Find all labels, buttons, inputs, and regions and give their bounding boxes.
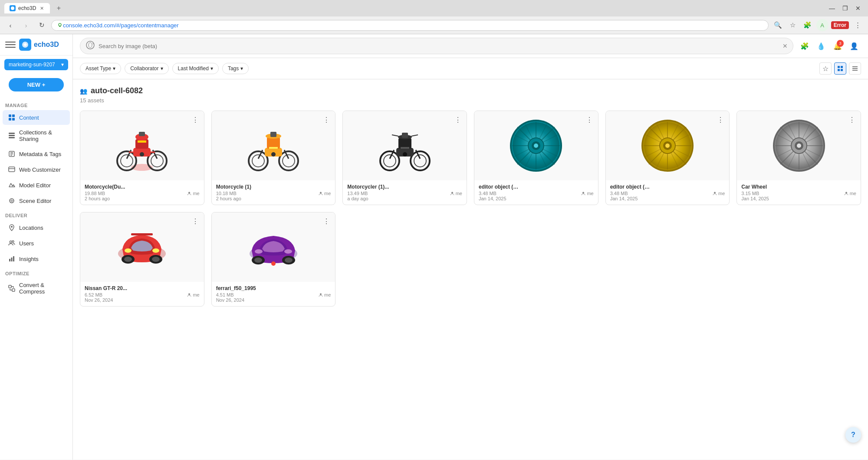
asset-card-2[interactable]: ⋮ xyxy=(211,111,336,205)
close-btn[interactable]: ✕ xyxy=(852,3,864,14)
asset-card-4[interactable]: ⋮ xyxy=(474,111,598,205)
card-menu-btn-7[interactable]: ⋮ xyxy=(190,216,201,226)
image-search-icon[interactable] xyxy=(85,40,95,52)
svg-point-71 xyxy=(451,192,453,194)
sidebar-item-content[interactable]: Content xyxy=(3,110,70,125)
card-meta-4: 3.48 MB me xyxy=(479,191,594,196)
sidebar-item-convert[interactable]: Convert & Compress xyxy=(3,278,70,298)
asset-card-6[interactable]: ⋮ xyxy=(736,111,861,205)
drop-icon-btn[interactable]: 💧 xyxy=(814,39,828,53)
new-button[interactable]: NEW + xyxy=(9,78,64,91)
help-btn[interactable]: ? xyxy=(845,427,861,443)
sidebar-item-insights[interactable]: Insights xyxy=(3,251,70,266)
tab-close-btn[interactable]: ✕ xyxy=(39,5,45,11)
svg-rect-44 xyxy=(138,140,146,143)
hamburger-btn[interactable] xyxy=(5,39,16,50)
svg-point-40 xyxy=(151,155,163,167)
minimize-btn[interactable]: — xyxy=(826,3,838,14)
url-input[interactable] xyxy=(63,22,763,29)
svg-rect-46 xyxy=(139,132,145,136)
svg-rect-121 xyxy=(131,233,153,235)
card-size-3: 13.49 MB xyxy=(347,191,368,196)
card-info-4: editor object (… 3.48 MB me Jan 14, 2025 xyxy=(474,180,598,205)
card-menu-btn-4[interactable]: ⋮ xyxy=(584,114,595,125)
users-label: Users xyxy=(19,240,34,247)
card-size-6: 3.15 MB xyxy=(741,191,759,196)
asset-card-5[interactable]: ⋮ xyxy=(605,111,730,205)
user-icon-btn[interactable]: 👤 xyxy=(847,39,861,53)
card-menu-btn-5[interactable]: ⋮ xyxy=(715,114,726,125)
grid-view-btn[interactable] xyxy=(834,62,846,75)
last-modified-filter-btn[interactable]: Last Modified ▾ xyxy=(172,63,219,74)
card-menu-btn-3[interactable]: ⋮ xyxy=(453,114,463,125)
card-name-8: ferrari_f50_1995 xyxy=(216,285,331,291)
card-info-3: Motorcycler (1)... 13.49 MB me a day ago xyxy=(343,180,467,205)
logo-icon xyxy=(19,39,31,51)
back-btn[interactable]: ‹ xyxy=(4,19,16,31)
asset-card-1[interactable]: ⋮ xyxy=(80,111,204,205)
convert-icon xyxy=(8,284,16,292)
sidebar-item-webcustomizer[interactable]: Web Customizer xyxy=(3,162,70,177)
card-meta-7: 6.52 MB me xyxy=(85,292,200,297)
search-input[interactable] xyxy=(99,43,779,49)
sidebar-item-users[interactable]: Users xyxy=(3,236,70,251)
new-btn-container: NEW + xyxy=(0,74,72,98)
search-toolbar-icon[interactable]: 🔍 xyxy=(772,19,784,31)
sidebar-item-locations[interactable]: Locations xyxy=(3,220,70,235)
collection-name: auto-cell-6082 xyxy=(91,86,143,95)
sidebar-item-metadata[interactable]: Metadata & Tags xyxy=(3,147,70,161)
tags-filter-btn[interactable]: Tags ▾ xyxy=(222,63,249,74)
card-size-5: 3.48 MB xyxy=(610,191,628,196)
card-image-8: ⋮ xyxy=(212,212,335,282)
menu-icon[interactable]: ⋮ xyxy=(852,19,864,31)
star-view-btn[interactable]: ☆ xyxy=(819,62,832,75)
list-view-btn[interactable] xyxy=(849,62,861,75)
card-meta-8: 4.51 MB me xyxy=(216,292,331,297)
reload-btn[interactable]: ↻ xyxy=(36,19,48,31)
new-tab-btn[interactable]: + xyxy=(53,3,64,13)
collaborator-filter-btn[interactable]: Collaborator ▾ xyxy=(125,63,168,74)
bell-icon-btn[interactable]: 🔔 3 xyxy=(831,39,845,53)
forward-btn[interactable]: › xyxy=(20,19,32,31)
bookmark-icon[interactable]: ☆ xyxy=(787,19,799,31)
asset-card-7[interactable]: ⋮ xyxy=(80,212,204,307)
asset-card-8[interactable]: ⋮ xyxy=(211,212,336,307)
svg-point-125 xyxy=(254,258,262,263)
sidebar-item-sceneeditor[interactable]: Scene Editor xyxy=(3,193,70,208)
svg-rect-7 xyxy=(12,118,15,121)
cards-grid: ⋮ xyxy=(80,111,861,307)
card-image-1: ⋮ xyxy=(80,111,204,180)
card-info-1: Motorcycle(Du... 19.88 MB me 2 hours ago xyxy=(80,180,204,205)
card-menu-btn-8[interactable]: ⋮ xyxy=(321,216,332,226)
sidebar-item-modeleditor[interactable]: Model Editor xyxy=(3,178,70,192)
logo: echo3D xyxy=(19,39,59,51)
asset-type-filter-btn[interactable]: Asset Type ▾ xyxy=(80,63,121,74)
collections-icon xyxy=(8,132,16,140)
card-date-4: Jan 14, 2025 xyxy=(479,196,594,201)
error-badge: Error xyxy=(831,21,849,29)
extension-icon[interactable]: 🧩 xyxy=(802,19,814,31)
card-image-5: ⋮ xyxy=(606,111,730,180)
clear-search-btn[interactable]: ✕ xyxy=(783,42,788,49)
workspace-selector-btn[interactable]: marketing-sun-9207 ▾ xyxy=(4,59,68,70)
collection-header: 👥 auto-cell-6082 xyxy=(80,86,861,95)
webcustomizer-icon xyxy=(8,166,16,173)
card-meta-1: 19.88 MB me xyxy=(85,191,200,196)
svg-point-99 xyxy=(714,192,716,194)
svg-rect-31 xyxy=(838,69,840,71)
asset-card-3[interactable]: ⋮ xyxy=(342,111,467,205)
card-menu-btn-2[interactable]: ⋮ xyxy=(321,114,332,125)
svg-point-118 xyxy=(152,257,160,262)
tags-chevron-icon: ▾ xyxy=(240,65,243,72)
card-menu-btn-1[interactable]: ⋮ xyxy=(190,114,201,125)
puzzle-icon-btn[interactable]: 🧩 xyxy=(798,39,812,53)
address-bar[interactable] xyxy=(51,20,769,31)
profile-icon[interactable]: A xyxy=(816,19,829,31)
svg-rect-2 xyxy=(59,26,61,27)
restore-btn[interactable]: ❐ xyxy=(839,3,851,14)
tags-label: Tags xyxy=(228,65,239,72)
app-header: ✕ Clear search 🧩 💧 🔔 3 👤 xyxy=(73,34,868,58)
card-menu-btn-6[interactable]: ⋮ xyxy=(847,114,857,125)
browser-tab[interactable]: echo3D ✕ xyxy=(4,3,50,13)
sidebar-item-collections[interactable]: Collections & Sharing xyxy=(3,126,70,146)
